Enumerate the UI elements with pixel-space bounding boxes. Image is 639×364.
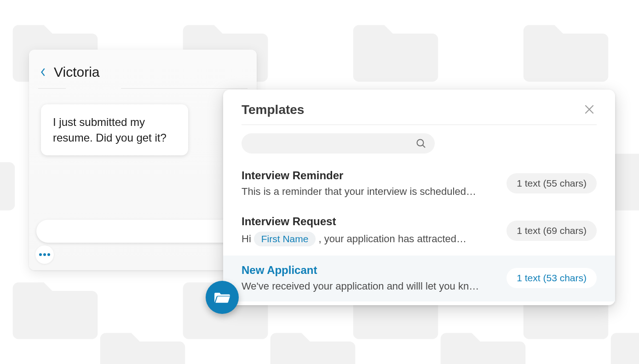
svg-line-3 [423, 145, 426, 148]
back-chevron-icon[interactable] [40, 67, 47, 78]
templates-search-input[interactable] [250, 139, 415, 148]
svg-point-2 [417, 140, 424, 146]
template-title: New Applicant [242, 264, 495, 277]
template-title: Interview Request [242, 215, 495, 228]
chat-input[interactable] [36, 220, 249, 243]
template-row[interactable]: Interview Request Hi First Name , your a… [223, 207, 615, 256]
template-badge: 1 text (69 chars) [507, 221, 597, 241]
more-options-button[interactable] [35, 245, 54, 264]
incoming-message-bubble: I just submitted my resume. Did you get … [41, 104, 188, 155]
template-preview: We've received your application and will… [242, 280, 495, 292]
folder-open-icon [214, 290, 230, 305]
chat-header-divider [38, 88, 248, 89]
template-badge: 1 text (53 chars) [507, 268, 597, 288]
chat-input-row [36, 220, 249, 243]
merge-tag: First Name [254, 232, 316, 246]
template-title: Interview Reminder [242, 169, 495, 182]
templates-header: Templates [223, 90, 615, 125]
search-icon [415, 138, 426, 149]
template-preview: This is a reminder that your interview i… [242, 186, 495, 198]
template-row[interactable]: Interview Reminder This is a reminder th… [223, 161, 615, 207]
chat-header: Victoria [37, 62, 248, 88]
templates-title: Templates [242, 102, 304, 117]
templates-search-wrap [223, 125, 615, 158]
chat-window: Victoria I just submitted my resume. Did… [29, 50, 257, 270]
templates-panel: Templates Interview Reminder This is a r… [223, 90, 615, 305]
templates-search[interactable] [242, 133, 435, 154]
template-row[interactable]: New Applicant We've received your applic… [223, 256, 615, 301]
ellipsis-icon [39, 253, 42, 256]
templates-fab-button[interactable] [206, 281, 239, 314]
template-badge: 1 text (55 chars) [507, 173, 597, 193]
close-icon [583, 103, 595, 117]
chat-contact-name: Victoria [54, 64, 100, 80]
close-button[interactable] [582, 102, 597, 117]
template-preview: Hi First Name , your application has att… [242, 232, 495, 246]
template-list: Interview Reminder This is a reminder th… [223, 158, 615, 301]
